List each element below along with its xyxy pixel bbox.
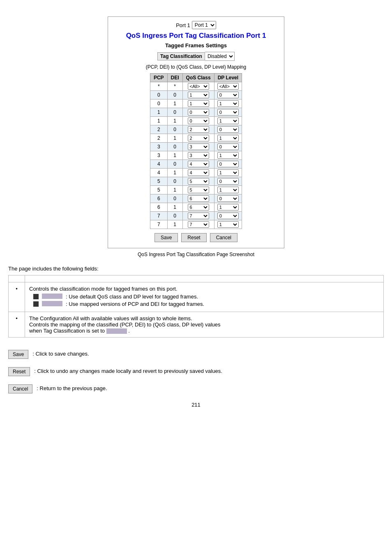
mapping-table: PCP DEI QoS Class DP Level **<All><All>0… [150,73,242,229]
cell-pcp: 6 [150,194,167,203]
cell-pcp: 0 [150,99,167,108]
footer-save-button[interactable]: Save [8,350,28,359]
qos-select[interactable]: 0 [188,118,209,124]
qos-select[interactable]: 4 [188,161,209,167]
cell-dp: 1 [214,169,242,177]
save-button[interactable]: Save [154,233,178,242]
qos-select[interactable]: 6 [188,195,209,202]
footer-reset-section: Reset : Click to undo any changes made l… [8,367,384,376]
screenshot-panel: Port 1 Port 1 QoS Ingress Port Tag Class… [108,16,284,248]
dp-select[interactable]: 0 [217,126,239,133]
qos-select[interactable]: 0 [188,109,209,116]
cell-dp: 1 [214,220,242,229]
cell-pcp: 6 [150,203,167,212]
tag-classification-select[interactable]: Disabled Enabled [205,52,235,61]
cell-qos: 4 [182,169,214,177]
table-row: 7070 [150,212,242,220]
col-header-dp: DP Level [214,74,242,82]
field-text-2a: The Configuration All with available val… [29,315,192,321]
table-row: 5050 [150,177,242,186]
dp-select[interactable]: 0 [217,92,239,98]
fields-table: • Controls the classification mode for t… [8,275,384,338]
qos-select[interactable]: <All> [188,83,209,90]
enabled-highlight [42,301,62,306]
dp-select[interactable]: 1 [217,135,239,141]
dp-select[interactable]: 0 [217,213,239,219]
cancel-button[interactable]: Cancel [210,233,238,242]
dp-select[interactable]: 0 [217,195,239,202]
dp-select[interactable]: 1 [217,169,239,176]
qos-select[interactable]: 7 [188,221,209,228]
qos-select[interactable]: 4 [188,169,209,176]
cell-pcp: 2 [150,134,167,143]
qos-select[interactable]: 1 [188,92,209,98]
sub-item-disabled: : Use default QoS class and DP level for… [33,294,379,300]
dp-select[interactable]: 1 [217,187,239,193]
dp-select[interactable]: 0 [217,143,239,150]
table-row: 6060 [150,194,242,203]
qos-select[interactable]: 6 [188,204,209,210]
dp-select[interactable]: 1 [217,118,239,124]
dp-select[interactable]: 1 [217,204,239,210]
cell-pcp: 1 [150,117,167,125]
dp-select[interactable]: 1 [217,152,239,159]
cell-pcp: 7 [150,220,167,229]
fields-header-left [9,275,25,282]
dp-select[interactable]: <All> [217,83,239,90]
footer-cancel-button[interactable]: Cancel [8,384,32,393]
cell-qos: 1 [182,99,214,108]
dp-select[interactable]: 1 [217,100,239,107]
table-row: **<All><All> [150,82,242,91]
cell-qos: 7 [182,220,214,229]
cell-dei: 0 [167,194,182,203]
qos-select[interactable]: 2 [188,126,209,133]
field-text-2d: . [128,328,130,334]
table-row: 0111 [150,99,242,108]
cell-dei: 0 [167,108,182,117]
table-row: 1000 [150,108,242,117]
tag-class-highlight [106,328,127,334]
dp-select[interactable]: 1 [217,221,239,228]
port-select-wrap: Port 1 Port 1 [176,21,216,29]
cell-qos: 6 [182,194,214,203]
cell-dei: 0 [167,212,182,220]
reset-button[interactable]: Reset [181,233,206,242]
qos-select[interactable]: 7 [188,213,209,219]
col-header-dei: DEI [167,74,182,82]
mapping-label: (PCP, DEI) to (QoS Class, DP Level) Mapp… [116,64,276,70]
port-selector-row: Port 1 Port 1 [116,21,276,29]
qos-select[interactable]: 5 [188,187,209,193]
field-text-1: Controls the classification mode for tag… [29,286,178,292]
qos-select[interactable]: 3 [188,143,209,150]
cell-qos: 4 [182,160,214,169]
tagged-frames-section-title: Tagged Frames Settings [116,42,276,49]
cell-qos: 2 [182,125,214,134]
bullet-square-1 [33,294,39,299]
footer-cancel-section: Cancel : Return to the previous page. [8,384,384,393]
cell-qos: 7 [182,212,214,220]
fields-header-right [25,275,384,282]
cell-dei: 1 [167,99,182,108]
footer-reset-button[interactable]: Reset [8,367,30,376]
cell-dei: 1 [167,117,182,125]
footer-cancel-desc: : Return to the previous page. [37,384,107,393]
dp-select[interactable]: 0 [217,178,239,185]
col-header-qos: QoS Class [182,74,214,82]
qos-select[interactable]: 5 [188,178,209,185]
cell-dei: 1 [167,169,182,177]
qos-select[interactable]: 3 [188,152,209,159]
qos-select[interactable]: 2 [188,135,209,141]
qos-select[interactable]: 1 [188,100,209,107]
cell-dp: 1 [214,186,242,194]
disabled-text: : Use default QoS class and DP level for… [66,294,198,300]
footer-reset-desc: : Click to undo any changes made locally… [34,367,222,375]
table-row: 0010 [150,91,242,99]
cell-qos: 2 [182,134,214,143]
port-select[interactable]: Port 1 [192,21,216,29]
cell-dp: 0 [214,125,242,134]
dp-select[interactable]: 0 [217,109,239,116]
cell-dei: 1 [167,186,182,194]
dp-select[interactable]: 0 [217,161,239,167]
cell-dei: 0 [167,177,182,186]
cell-dp: 1 [214,117,242,125]
